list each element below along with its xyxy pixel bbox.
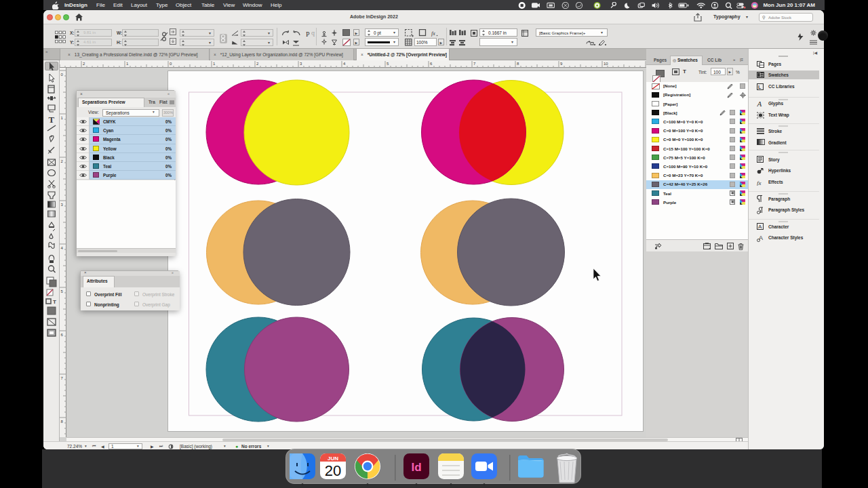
svg-text:7: 7 (473, 62, 476, 66)
svg-text:T: T (53, 299, 56, 305)
svg-text:2: 2 (61, 159, 64, 163)
svg-text:2: 2 (256, 62, 259, 66)
svg-text:1: 1 (126, 62, 129, 66)
svg-text:JUN: JUN (328, 455, 338, 462)
svg-text:5: 5 (387, 62, 389, 66)
svg-text:1: 1 (213, 62, 216, 66)
svg-text:7: 7 (61, 376, 64, 380)
svg-text:20: 20 (325, 462, 341, 479)
svg-text:A: A (758, 224, 762, 230)
svg-text:L: L (758, 84, 762, 89)
svg-text:10: 10 (604, 62, 608, 66)
svg-text:6: 6 (430, 62, 433, 66)
svg-text:2: 2 (83, 62, 85, 66)
svg-text:Id: Id (411, 461, 421, 474)
svg-text:6: 6 (61, 333, 64, 337)
svg-text:1: 1 (61, 116, 64, 120)
svg-text:3: 3 (61, 203, 64, 207)
svg-text:4: 4 (343, 62, 346, 66)
svg-text:0: 0 (170, 62, 172, 66)
svg-text:5: 5 (61, 289, 64, 293)
svg-text:T: T (49, 115, 55, 125)
svg-text:8: 8 (61, 420, 64, 424)
svg-text:0: 0 (61, 73, 64, 77)
svg-text:fx: fx (431, 30, 435, 37)
svg-text:fx: fx (757, 179, 762, 186)
svg-text:3: 3 (300, 62, 302, 66)
svg-text:9: 9 (560, 62, 563, 66)
svg-text:8: 8 (517, 62, 519, 66)
svg-text:A: A (757, 100, 762, 107)
svg-text:4: 4 (61, 246, 64, 250)
svg-text:A: A (759, 235, 763, 241)
